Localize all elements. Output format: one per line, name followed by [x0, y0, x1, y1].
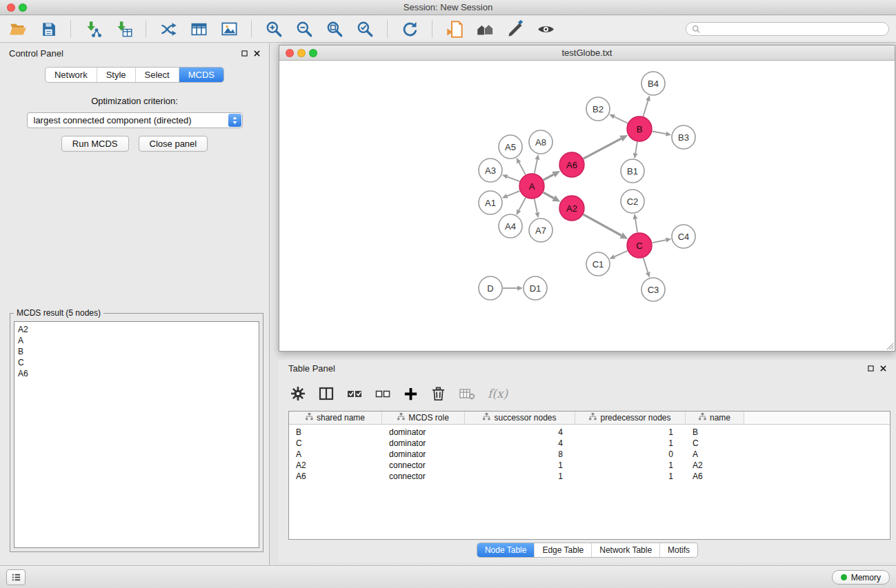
zoom-selected-icon[interactable]: [354, 18, 376, 40]
tab-style[interactable]: Style: [97, 68, 135, 82]
network-graph[interactable]: B4B2BB3A5A8A6A3B1AC2A1A2A4A7C4CC1DD1C3: [279, 61, 895, 351]
graph-node-B2[interactable]: B2: [586, 97, 610, 121]
float-panel-icon[interactable]: [241, 50, 248, 57]
open-file-icon[interactable]: [444, 18, 466, 40]
graph-edge-A-A4[interactable]: [519, 198, 526, 210]
graph-edge-A-A7[interactable]: [535, 199, 537, 213]
graph-node-C[interactable]: C: [627, 233, 652, 258]
tab-motifs[interactable]: Motifs: [659, 543, 697, 557]
tab-mcds[interactable]: MCDS: [179, 68, 223, 82]
deselect-all-icon[interactable]: [375, 385, 391, 402]
delete-row-icon[interactable]: [430, 386, 446, 402]
mcds-result-item[interactable]: A6: [18, 368, 255, 379]
graph-node-B1[interactable]: B1: [621, 159, 644, 183]
graph-edge-B-B1[interactable]: [635, 142, 637, 154]
graph-node-A[interactable]: A: [519, 174, 544, 199]
graph-node-C1[interactable]: C1: [586, 252, 610, 276]
refresh-network-icon[interactable]: [399, 18, 421, 40]
graph-node-C2[interactable]: C2: [621, 190, 644, 213]
mcds-result-item[interactable]: B: [18, 346, 255, 357]
graph-edge-B-B3[interactable]: [653, 132, 666, 134]
zoom-out-icon[interactable]: [293, 18, 315, 40]
column-header-predecessor-nodes[interactable]: predecessor nodes: [575, 412, 686, 425]
memory-button[interactable]: Memory: [832, 570, 890, 585]
column-header-successor-nodes[interactable]: successor nodes: [465, 412, 575, 425]
optimization-dropdown[interactable]: largest connected component (directed): [27, 112, 243, 128]
graph-edge-C-C4[interactable]: [653, 240, 666, 243]
tab-edge-table[interactable]: Edge Table: [534, 543, 591, 557]
import-table-icon[interactable]: [112, 18, 135, 40]
graph-edge-A-A1[interactable]: [507, 191, 519, 196]
column-layout-icon[interactable]: [318, 385, 335, 402]
float-table-panel-icon[interactable]: [868, 365, 874, 372]
graph-edge-C-C1[interactable]: [615, 251, 628, 257]
graph-node-C3[interactable]: C3: [641, 278, 665, 301]
graph-edge-C-C2[interactable]: [635, 219, 637, 233]
resize-grip-icon[interactable]: [885, 341, 894, 350]
graph-node-B[interactable]: B: [627, 116, 652, 141]
graph-node-A1[interactable]: A1: [479, 191, 502, 214]
function-builder-icon[interactable]: f(x): [488, 387, 508, 401]
show-graphics-icon[interactable]: [535, 18, 557, 40]
graph-edge-A-A2[interactable]: [544, 192, 554, 198]
export-image-icon[interactable]: [218, 18, 240, 40]
tab-select[interactable]: Select: [135, 68, 179, 82]
mcds-result-list[interactable]: A2ABCA6: [14, 321, 259, 548]
column-header-shared-name[interactable]: shared name: [289, 412, 382, 425]
add-row-icon[interactable]: [403, 386, 419, 402]
graph-edge-A-A3[interactable]: [507, 176, 519, 181]
select-all-icon[interactable]: [346, 385, 363, 402]
graph-edge-A-A8[interactable]: [535, 159, 537, 173]
graph-node-A5[interactable]: A5: [499, 135, 522, 159]
zoom-fit-icon[interactable]: [323, 18, 346, 40]
close-table-panel-icon[interactable]: [880, 365, 886, 372]
search-field[interactable]: [686, 22, 889, 36]
graph-edge-B-B4[interactable]: [644, 101, 648, 116]
network-window-titlebar[interactable]: testGlobe.txt: [279, 45, 895, 61]
mcds-result-item[interactable]: A2: [18, 324, 255, 335]
graph-node-A3[interactable]: A3: [479, 159, 502, 182]
graph-node-A6[interactable]: A6: [559, 152, 584, 177]
close-panel-button[interactable]: Close panel: [139, 136, 208, 152]
graph-node-C4[interactable]: C4: [672, 225, 695, 248]
graph-node-D1[interactable]: D1: [524, 276, 547, 300]
graph-node-A7[interactable]: A7: [529, 219, 552, 242]
graph-edge-A6-B[interactable]: [584, 139, 621, 159]
column-header-name[interactable]: name: [686, 412, 744, 425]
table-row[interactable]: Adominator80A: [289, 449, 890, 460]
table-row[interactable]: Bdominator41B: [289, 427, 890, 438]
graph-edge-C-C3[interactable]: [644, 258, 648, 272]
run-mcds-button[interactable]: Run MCDS: [61, 136, 129, 152]
new-table-icon[interactable]: [188, 18, 210, 40]
table-settings-icon[interactable]: [290, 385, 306, 402]
graph-node-D[interactable]: D: [479, 276, 502, 300]
home-view-icon[interactable]: [474, 18, 496, 40]
column-header-mcds-role[interactable]: MCDS role: [382, 412, 465, 425]
delete-table-icon[interactable]: [458, 385, 476, 402]
graph-node-A2[interactable]: A2: [559, 196, 584, 221]
search-input[interactable]: [704, 24, 883, 34]
save-session-icon[interactable]: [37, 18, 59, 40]
tab-network[interactable]: Network: [46, 68, 97, 82]
mcds-result-item[interactable]: C: [18, 357, 255, 368]
graph-edge-A2-C[interactable]: [584, 214, 621, 235]
graph-node-B3[interactable]: B3: [672, 125, 695, 149]
zoom-in-icon[interactable]: [263, 18, 285, 40]
graph-edge-A-A5[interactable]: [519, 163, 526, 174]
style-check-icon[interactable]: [504, 18, 526, 40]
new-network-icon[interactable]: [157, 18, 179, 40]
table-row[interactable]: A6connector11A6: [289, 471, 890, 482]
task-history-button[interactable]: [6, 569, 26, 585]
graph-node-B4[interactable]: B4: [641, 72, 665, 95]
open-session-icon[interactable]: [7, 18, 29, 40]
table-row[interactable]: Cdominator41C: [289, 438, 890, 449]
import-network-icon[interactable]: [82, 18, 104, 40]
mcds-result-item[interactable]: A: [18, 335, 255, 346]
graph-edge-A-A6[interactable]: [544, 174, 554, 180]
close-panel-icon[interactable]: [254, 50, 260, 57]
tab-node-table[interactable]: Node Table: [477, 543, 535, 557]
graph-node-A4[interactable]: A4: [499, 214, 522, 238]
table-row[interactable]: A2connector11A2: [289, 460, 890, 471]
tab-network-table[interactable]: Network Table: [591, 543, 659, 557]
graph-node-A8[interactable]: A8: [529, 130, 552, 154]
